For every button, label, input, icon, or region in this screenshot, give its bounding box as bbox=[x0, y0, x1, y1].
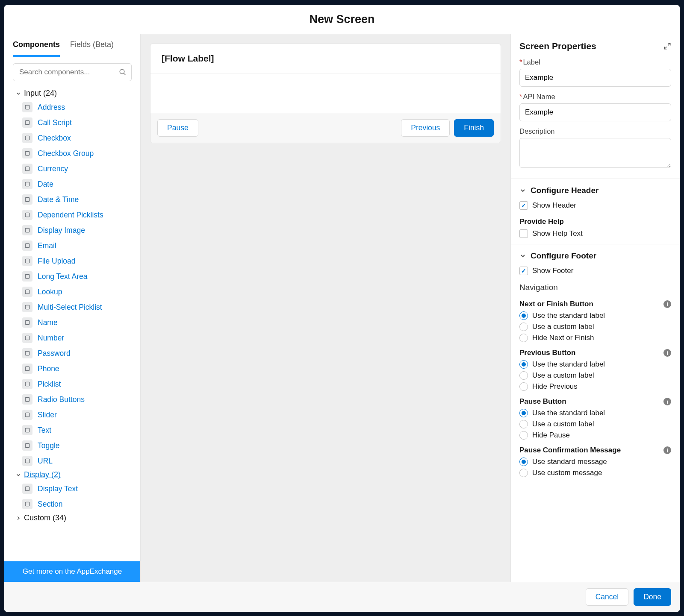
show-help-checkbox[interactable]: Show Help Text bbox=[511, 228, 680, 241]
expand-icon[interactable] bbox=[663, 42, 671, 50]
previous-button[interactable]: Previous bbox=[401, 119, 450, 137]
appexchange-button[interactable]: Get more on the AppExchange bbox=[4, 561, 140, 582]
show-footer-checkbox[interactable]: Show Footer bbox=[511, 265, 680, 279]
component-radio-buttons[interactable]: Radio Buttons bbox=[4, 392, 140, 407]
chevron-down-icon bbox=[15, 472, 21, 478]
radio-option[interactable]: Use the standard label bbox=[511, 359, 680, 370]
search-input[interactable] bbox=[13, 63, 132, 81]
component-display-text[interactable]: Display Text bbox=[4, 481, 140, 496]
search-icon bbox=[119, 68, 127, 76]
svg-rect-23 bbox=[25, 428, 29, 432]
label-input[interactable] bbox=[519, 69, 671, 87]
radio-option[interactable]: Hide Pause bbox=[511, 430, 680, 441]
component-picklist[interactable]: Picklist bbox=[4, 376, 140, 392]
search-wrap bbox=[4, 57, 140, 87]
component-section[interactable]: Section bbox=[4, 496, 140, 512]
radio-option[interactable]: Use a custom label bbox=[511, 419, 680, 430]
component-file-upload[interactable]: File Upload bbox=[4, 253, 140, 269]
component-date-time[interactable]: Date & Time bbox=[4, 192, 140, 207]
radio-icon bbox=[519, 431, 528, 440]
component-lookup[interactable]: Lookup bbox=[4, 284, 140, 299]
component-slider[interactable]: Slider bbox=[4, 407, 140, 422]
radio-option[interactable]: Use custom message bbox=[511, 467, 680, 478]
canvas-body[interactable] bbox=[150, 73, 501, 113]
radio-option[interactable]: Hide Next or Finish bbox=[511, 332, 680, 343]
svg-rect-16 bbox=[25, 320, 29, 324]
show-header-checkbox[interactable]: Show Header bbox=[511, 199, 680, 213]
component-icon bbox=[22, 287, 32, 297]
radio-option[interactable]: Hide Previous bbox=[511, 381, 680, 392]
component-number[interactable]: Number bbox=[4, 330, 140, 346]
component-label: Checkbox Group bbox=[38, 149, 94, 158]
navigation-heading: Navigation bbox=[511, 279, 680, 295]
radio-option[interactable]: Use the standard label bbox=[511, 408, 680, 419]
api-name-input[interactable] bbox=[519, 103, 671, 121]
radio-option[interactable]: Use a custom label bbox=[511, 370, 680, 381]
svg-rect-26 bbox=[25, 487, 29, 490]
component-currency[interactable]: Currency bbox=[4, 161, 140, 176]
description-input[interactable] bbox=[519, 138, 671, 168]
modal-footer: Cancel Done bbox=[4, 582, 680, 612]
component-checkbox-group[interactable]: Checkbox Group bbox=[4, 146, 140, 161]
component-password[interactable]: Password bbox=[4, 346, 140, 361]
radio-label: Use a custom label bbox=[532, 371, 594, 380]
component-label: Currency bbox=[38, 164, 68, 173]
configure-header-section[interactable]: Configure Header bbox=[511, 179, 680, 199]
radio-option[interactable]: Use the standard label bbox=[511, 310, 680, 321]
category-label: Input (24) bbox=[24, 89, 57, 98]
svg-line-29 bbox=[664, 47, 666, 49]
info-icon[interactable]: i bbox=[663, 300, 671, 308]
category-input[interactable]: Input (24) bbox=[4, 87, 140, 100]
component-name[interactable]: Name bbox=[4, 315, 140, 330]
svg-rect-27 bbox=[25, 502, 29, 506]
component-display-image[interactable]: Display Image bbox=[4, 223, 140, 238]
radio-label: Use a custom label bbox=[532, 420, 594, 428]
component-icon bbox=[22, 102, 32, 112]
screen-canvas[interactable]: [Flow Label] Pause Previous Finish bbox=[150, 44, 501, 143]
component-toggle[interactable]: Toggle bbox=[4, 438, 140, 453]
component-email[interactable]: Email bbox=[4, 238, 140, 253]
component-label: Long Text Area bbox=[38, 272, 87, 281]
component-text[interactable]: Text bbox=[4, 422, 140, 438]
component-label: Display Text bbox=[38, 484, 78, 493]
component-address[interactable]: Address bbox=[4, 100, 140, 115]
configure-footer-section[interactable]: Configure Footer bbox=[511, 244, 680, 265]
component-label: Password bbox=[38, 349, 71, 358]
svg-rect-5 bbox=[25, 151, 29, 155]
svg-rect-11 bbox=[25, 243, 29, 247]
svg-rect-4 bbox=[25, 136, 29, 140]
component-label: Date & Time bbox=[38, 195, 79, 204]
chevron-right-icon bbox=[15, 515, 21, 521]
component-checkbox[interactable]: Checkbox bbox=[4, 130, 140, 146]
radio-option[interactable]: Use a custom label bbox=[511, 321, 680, 332]
finish-button[interactable]: Finish bbox=[454, 119, 494, 137]
component-url[interactable]: URL bbox=[4, 453, 140, 469]
pause-button-group: Pause Button i bbox=[511, 392, 680, 408]
component-multi-select-picklist[interactable]: Multi-Select Picklist bbox=[4, 299, 140, 315]
category-custom[interactable]: Custom (34) bbox=[4, 512, 140, 524]
category-display[interactable]: Display (2) bbox=[4, 469, 140, 481]
component-label: Phone bbox=[38, 364, 59, 373]
component-long-text-area[interactable]: Long Text Area bbox=[4, 269, 140, 284]
component-icon bbox=[22, 394, 32, 405]
radio-icon bbox=[519, 323, 528, 331]
left-tabs: Components Fields (Beta) bbox=[4, 34, 140, 57]
radio-label: Use custom message bbox=[532, 469, 602, 477]
component-date[interactable]: Date bbox=[4, 176, 140, 192]
component-phone[interactable]: Phone bbox=[4, 361, 140, 376]
done-button[interactable]: Done bbox=[634, 588, 671, 606]
component-call-script[interactable]: Call Script bbox=[4, 115, 140, 130]
info-icon[interactable]: i bbox=[663, 446, 671, 454]
canvas-footer: Pause Previous Finish bbox=[150, 113, 501, 143]
radio-icon bbox=[519, 469, 528, 477]
tab-fields[interactable]: Fields (Beta) bbox=[70, 40, 114, 57]
radio-option[interactable]: Use standard message bbox=[511, 456, 680, 467]
info-icon[interactable]: i bbox=[663, 398, 671, 405]
info-icon[interactable]: i bbox=[663, 349, 671, 357]
component-dependent-picklists[interactable]: Dependent Picklists bbox=[4, 207, 140, 223]
tab-components[interactable]: Components bbox=[13, 40, 60, 57]
svg-rect-17 bbox=[25, 336, 29, 340]
svg-rect-3 bbox=[25, 120, 29, 124]
pause-button[interactable]: Pause bbox=[157, 119, 198, 137]
cancel-button[interactable]: Cancel bbox=[586, 588, 628, 606]
